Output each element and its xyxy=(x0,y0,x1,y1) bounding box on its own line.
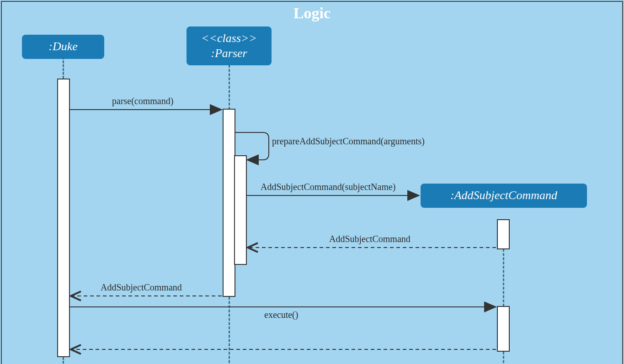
participant-parser: <<class>> :Parser xyxy=(187,26,272,65)
participant-addsubject-label: :AddSubjectCommand xyxy=(450,189,557,202)
msg-execute: execute() xyxy=(264,310,298,320)
activation-parser-1 xyxy=(223,109,235,297)
msg-return1: AddSubjectCommand xyxy=(329,234,411,244)
diagram-title: Logic xyxy=(293,5,331,22)
participant-parser-stereotype: <<class>> xyxy=(201,32,257,45)
activation-addsubject-1 xyxy=(497,219,510,249)
lifeline-parser-bot xyxy=(229,297,230,364)
participant-duke-label: :Duke xyxy=(48,40,78,53)
lifeline-parser-top xyxy=(229,65,230,110)
lifeline-addsubject-bot xyxy=(503,352,504,364)
activation-duke xyxy=(57,79,70,357)
participant-duke: :Duke xyxy=(22,35,104,59)
msg-return2: AddSubjectCommand xyxy=(101,282,182,293)
msg-parse: parse(command) xyxy=(112,96,173,106)
participant-parser-label: :Parser xyxy=(211,47,247,60)
msg-prepare: prepareAddSubjectCommand(arguments) xyxy=(272,136,425,147)
participant-addsubject: :AddSubjectCommand xyxy=(421,184,587,208)
lifeline-duke xyxy=(63,57,64,79)
activation-parser-2 xyxy=(234,155,247,265)
msg-construct: AddSubjectCommand(subjectName) xyxy=(261,182,396,192)
lifeline-duke-bot xyxy=(63,357,64,364)
activation-addsubject-2 xyxy=(497,306,510,352)
lifeline-addsubject-top xyxy=(503,249,504,306)
